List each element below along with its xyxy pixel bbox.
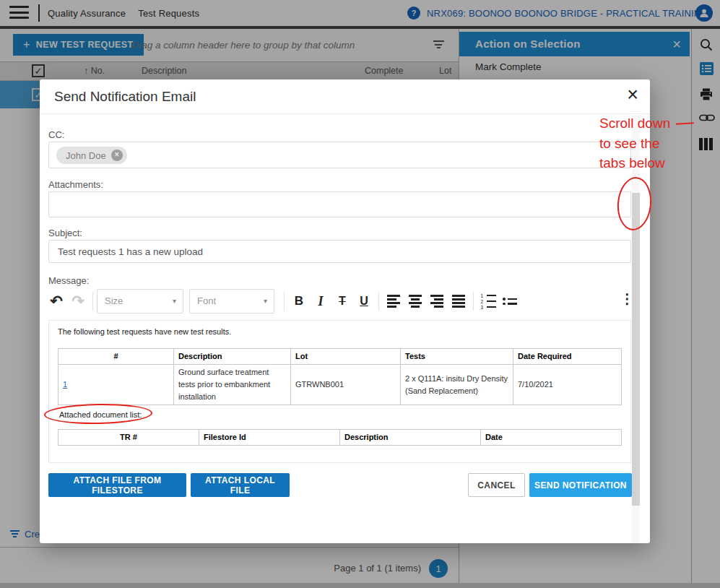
underline-glyph: U <box>360 295 368 308</box>
col-filestore-id: Filestore Id <box>199 430 340 446</box>
cell-description: Ground surface treatment tests prior to … <box>174 365 291 405</box>
bold-glyph: B <box>295 294 303 308</box>
align-left-icon <box>387 295 400 308</box>
align-right-icon <box>430 295 443 308</box>
strike-glyph: T <box>339 295 346 308</box>
cancel-button[interactable]: CANCEL <box>468 473 525 497</box>
size-dropdown-placeholder: Size <box>105 290 123 313</box>
col-tests: Tests <box>401 349 513 365</box>
col-number: # <box>58 349 174 365</box>
attach-file-from-filestore-button[interactable]: ATTACH FILE FROM FILESTORE <box>48 473 186 497</box>
cell-tests: 2 x Q111A: insitu Dry Density (Sand Repl… <box>401 365 513 405</box>
toolbar-separator <box>473 292 474 311</box>
italic-glyph: I <box>318 294 323 309</box>
col-date-required: Date Required <box>513 349 622 365</box>
attach-local-file-button[interactable]: ATTACH LOCAL FILE <box>191 473 290 497</box>
cc-chip-label: John Doe <box>66 150 106 161</box>
richtext-toolbar: ↶ ↷ Size ▾ Font ▾ B I T U 1 <box>45 287 521 316</box>
send-notification-button[interactable]: SEND NOTIFICATION <box>529 473 632 497</box>
font-dropdown-placeholder: Font <box>197 290 216 313</box>
message-editor[interactable]: The following test requests have new tes… <box>48 320 631 463</box>
toolbar-separator <box>284 292 285 311</box>
align-justify-icon <box>452 295 465 308</box>
test-requests-table: # Description Lot Tests Date Required 1 … <box>58 348 622 405</box>
table-row: 1 Ground surface treatment tests prior t… <box>58 365 622 405</box>
send-notification-email-dialog: Send Notification Email × CC: John Doe ×… <box>40 79 650 543</box>
subject-input[interactable]: Test requests 1 has a new upload <box>48 240 631 263</box>
col-doc-date: Date <box>481 430 622 446</box>
dialog-title: Send Notification Email <box>54 79 196 114</box>
annotation-line: to see the <box>599 134 701 154</box>
editor-intro-text: The following test requests have new tes… <box>58 327 231 336</box>
attached-documents-table: TR # Filestore Id Description Date <box>58 429 622 446</box>
chevron-down-icon: ▾ <box>173 290 176 313</box>
table-header-row: # Description Lot Tests Date Required <box>58 349 622 365</box>
cell-lot: GTRWNB001 <box>291 365 401 405</box>
toolbar-separator <box>92 292 93 311</box>
align-left-button[interactable] <box>383 290 404 313</box>
attachments-label: Attachments: <box>48 179 103 190</box>
attachments-input[interactable] <box>48 191 631 217</box>
col-tr-number: TR # <box>58 430 199 446</box>
table-header-row: TR # Filestore Id Description Date <box>58 430 622 446</box>
undo-glyph: ↶ <box>50 293 63 310</box>
chevron-down-icon: ▾ <box>264 290 267 313</box>
align-justify-button[interactable] <box>448 290 469 313</box>
cell-date-required: 7/10/2021 <box>513 365 622 405</box>
bullet-list-icon <box>503 298 517 305</box>
message-label: Message: <box>48 275 89 286</box>
subject-label: Subject: <box>48 228 82 238</box>
app-window: Quality Assurance Test Requests ? NRX069… <box>0 0 720 588</box>
align-center-button[interactable] <box>404 290 426 313</box>
ordered-list-button[interactable]: 1 2 3 <box>477 290 499 313</box>
col-description: Description <box>174 349 291 365</box>
cc-label: CC: <box>48 129 64 140</box>
bold-button[interactable]: B <box>288 290 310 313</box>
underline-button[interactable]: U <box>353 290 375 313</box>
ordered-list-icon: 1 2 3 <box>481 294 496 309</box>
align-right-button[interactable] <box>426 290 448 313</box>
undo-icon[interactable]: ↶ <box>45 290 67 313</box>
cc-chip: John Doe × <box>56 147 127 164</box>
col-lot: Lot <box>291 349 401 365</box>
bullet-list-button[interactable] <box>499 290 521 313</box>
close-icon[interactable]: × <box>627 84 638 106</box>
subject-value: Test requests 1 has a new upload <box>58 241 203 264</box>
align-center-icon <box>409 295 422 308</box>
redo-glyph: ↷ <box>71 293 84 310</box>
col-doc-description: Description <box>340 430 481 446</box>
remove-chip-icon[interactable]: × <box>111 150 123 161</box>
redo-icon[interactable]: ↷ <box>67 290 89 313</box>
italic-button[interactable]: I <box>310 290 331 313</box>
toolbar-separator <box>378 292 379 311</box>
size-dropdown[interactable]: Size ▾ <box>97 289 183 314</box>
request-number-link[interactable]: 1 <box>63 380 67 389</box>
cc-input[interactable]: John Doe × <box>48 142 631 168</box>
annotation-line: tabs below <box>599 153 701 173</box>
dialog-header: Send Notification Email × <box>40 79 650 114</box>
strikethrough-button[interactable]: T <box>331 290 353 313</box>
font-dropdown[interactable]: Font ▾ <box>189 289 274 314</box>
modal-scrollbar-thumb[interactable] <box>632 193 640 506</box>
